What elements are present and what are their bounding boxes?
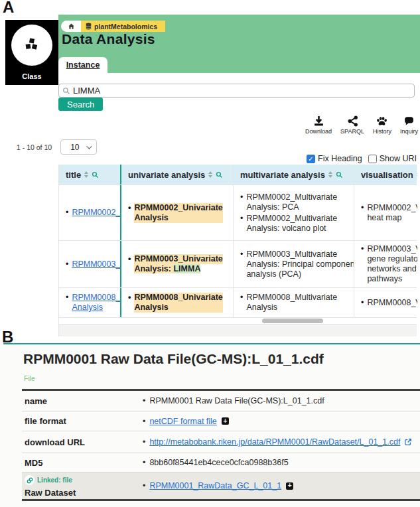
tab-instance-label: Instance xyxy=(66,60,100,70)
detail-row-md5: MD5 •8bb60f85441eb4cece0cfca0988b36f5 xyxy=(22,453,420,472)
page-size-select[interactable]: 10 xyxy=(60,139,97,155)
detail-row-name: name •RPMM0001 Raw Data File(GC-MS):L_01… xyxy=(22,391,420,411)
breadcrumb-db-label: plantMetabolomics xyxy=(94,23,157,31)
file-format-link[interactable]: netCDF format file xyxy=(149,417,216,426)
column-header-univariate[interactable]: univariate analysis xyxy=(121,165,234,184)
sort-icon[interactable] xyxy=(208,171,212,178)
external-link-icon[interactable] xyxy=(404,438,412,446)
download-url-link[interactable]: http://metabobank.riken.jp/data/RPMM0001… xyxy=(149,437,400,447)
expand-plus-icon[interactable] xyxy=(222,417,229,425)
speech-bubble-icon xyxy=(403,115,415,127)
detail-row-linked-file: Linked: file Raw Dataset • RPMM0001_RawD… xyxy=(22,472,420,499)
class-logo-circle xyxy=(11,25,52,66)
class-logo-caption: Class xyxy=(5,72,58,80)
search-term-highlight: LIMMA xyxy=(173,264,200,273)
file-name-value: RPMM0001 Raw Data File(GC-MS):L_01_1.cdf xyxy=(149,396,324,405)
detail-row-download-url: download URL • http://metabobank.riken.j… xyxy=(22,431,420,453)
table-row: • RPMM0003_DataAnalysis • RPMM0003_Univa… xyxy=(59,240,417,287)
page-title: Data Analysis xyxy=(62,31,155,47)
breadcrumb-home[interactable] xyxy=(61,21,81,32)
column-header-multivariate[interactable]: multivariate analysis xyxy=(234,165,354,184)
paw-icon xyxy=(376,115,387,127)
cell-visualisation: • RPMM0008_Vis xyxy=(354,288,417,317)
page-size-value: 10 xyxy=(70,143,79,152)
column-header-title[interactable]: title xyxy=(59,165,121,184)
download-icon xyxy=(313,115,324,127)
detail-title: RPMM0001 Raw Data File(GC-MS):L_01_1.cdf xyxy=(23,351,324,367)
search-input[interactable] xyxy=(73,86,391,96)
table-header-row: title univariate analysis multivariate a… xyxy=(59,165,417,184)
history-label: History xyxy=(373,128,391,135)
search-button[interactable]: Search xyxy=(58,98,103,111)
cell-visualisation: • RPMM0002_Visheat map xyxy=(354,185,417,240)
md5-value: 8bb60f85441eb4cece0cfca0988b36f5 xyxy=(149,458,288,467)
download-button[interactable]: Download xyxy=(305,115,332,135)
sort-icon[interactable] xyxy=(84,171,88,178)
show-uri-option[interactable]: Show URI xyxy=(368,154,417,163)
results-table: title univariate analysis multivariate a… xyxy=(58,165,417,336)
home-icon xyxy=(68,23,75,30)
detail-row-file-format: file format • netCDF format file xyxy=(22,411,420,431)
cell-univariate: • RPMM0008_UnivariateAnalysis xyxy=(121,288,234,317)
horizontal-scrollbar[interactable] xyxy=(59,317,417,324)
table-row-partial xyxy=(59,324,417,336)
screenshot-root: A plantMetabolomics Data Analysis Instan… xyxy=(0,0,420,507)
sparql-label: SPARQL xyxy=(340,128,364,135)
table-options: Fix Heading Show URI xyxy=(307,154,417,163)
detail-type-label: File xyxy=(24,374,35,382)
detail-panel: RPMM0001 Raw Data File(GC-MS):L_01_1.cdf… xyxy=(0,344,420,507)
show-uri-label: Show URI xyxy=(380,154,417,163)
chevron-down-icon xyxy=(86,143,92,149)
sparql-graph-icon xyxy=(347,115,358,127)
cell-univariate: • RPMM0002_UnivariateAnalysis xyxy=(121,185,234,240)
linked-file-badge: Linked: file xyxy=(25,475,143,485)
dataanalysis-link[interactable]: RPMM0002_DataAnalysis xyxy=(72,208,121,218)
fix-heading-checkbox[interactable] xyxy=(307,155,315,163)
cell-univariate: • RPMM0003_Univariate Analysis: LIMMA xyxy=(121,241,234,287)
raw-dataset-link[interactable]: RPMM0001_RawData_GC_L_01_1 xyxy=(149,481,281,490)
cell-multivariate: • RPMM0002_MultivariateAnalysis: PCA • R… xyxy=(234,185,354,240)
detail-table: name •RPMM0001 Raw Data File(GC-MS):L_01… xyxy=(22,389,420,501)
result-range: 1 - 10 of 10 xyxy=(17,143,52,151)
search-icon xyxy=(62,87,70,95)
cell-title: • RPMM0008_DataAnalysis xyxy=(59,288,121,317)
inquiry-button[interactable]: Inquiry xyxy=(400,115,418,135)
fix-heading-option[interactable]: Fix Heading xyxy=(307,154,362,163)
column-search-icon[interactable] xyxy=(336,171,343,179)
sort-icon[interactable] xyxy=(328,171,332,178)
breadcrumb-item-plantmetabolomics[interactable]: plantMetabolomics xyxy=(81,21,165,32)
fix-heading-label: Fix Heading xyxy=(318,154,362,163)
sparql-button[interactable]: SPARQL xyxy=(340,115,364,135)
cell-title: • RPMM0003_DataAnalysis xyxy=(59,241,121,287)
action-toolbar: Download SPARQL History Inquiry xyxy=(305,115,418,135)
database-icon xyxy=(86,23,92,30)
cubes-cluster-icon xyxy=(23,36,41,54)
class-logo: Class xyxy=(5,20,58,85)
dataanalysis-link[interactable]: RPMM0008_DataAnalysis xyxy=(72,293,121,313)
pagination: 1 - 10 of 10 10 xyxy=(17,139,97,155)
dataanalysis-link[interactable]: RPMM0003_DataAnalysis xyxy=(72,259,121,269)
cell-visualisation: • RPMM0003_Visgene regulatorynetworks an… xyxy=(354,241,417,287)
cell-multivariate: • RPMM0003_MultivariateAnalysis: Princip… xyxy=(234,241,354,287)
breadcrumb: plantMetabolomics xyxy=(61,21,165,32)
chain-link-icon xyxy=(25,475,35,485)
column-search-icon[interactable] xyxy=(92,171,99,179)
panel-a-label: A xyxy=(3,0,14,17)
table-row: • RPMM0008_DataAnalysis • RPMM0008_Univa… xyxy=(59,287,417,317)
expand-plus-icon[interactable] xyxy=(286,482,293,490)
column-header-visualisation[interactable]: visualisation xyxy=(354,165,417,184)
page-header-band: plantMetabolomics Data Analysis Instance xyxy=(58,15,420,73)
history-button[interactable]: History xyxy=(373,115,391,135)
cell-multivariate: • RPMM0008_MultivariateAnalysis xyxy=(234,288,354,317)
scrollbar-thumb[interactable] xyxy=(262,319,323,323)
column-search-icon[interactable] xyxy=(216,171,223,179)
show-uri-checkbox[interactable] xyxy=(368,155,377,163)
tab-instance[interactable]: Instance xyxy=(58,57,107,73)
cell-title: • RPMM0002_DataAnalysis xyxy=(59,185,121,240)
table-row: • RPMM0002_DataAnalysis • RPMM0002_Univa… xyxy=(59,184,417,240)
sort-icon[interactable] xyxy=(417,171,417,178)
inquiry-label: Inquiry xyxy=(400,128,418,135)
search-box xyxy=(58,84,415,98)
linked-class-label: Raw Dataset xyxy=(25,488,143,498)
download-label: Download xyxy=(305,128,332,135)
